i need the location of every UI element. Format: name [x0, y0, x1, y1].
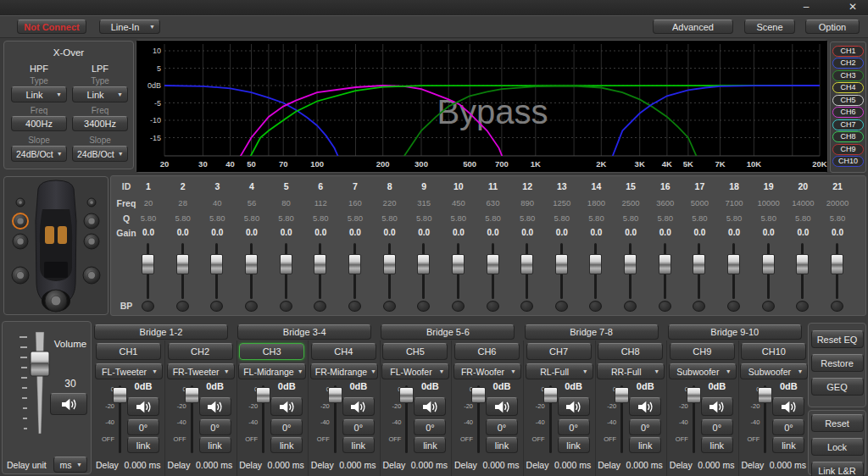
- phase-button[interactable]: 0°: [270, 419, 303, 435]
- speaker-fl-woofer-icon[interactable]: [12, 267, 29, 284]
- graph-channel-button-ch2[interactable]: CH2: [832, 58, 864, 69]
- eq-bypass-button[interactable]: [693, 301, 705, 312]
- eq-gain-slider-handle[interactable]: [176, 254, 189, 274]
- speaker-fr-woofer-icon[interactable]: [83, 267, 100, 284]
- reset-eq-button[interactable]: Reset EQ: [811, 330, 864, 348]
- scene-button[interactable]: Scene: [744, 19, 795, 34]
- option-button[interactable]: Option: [805, 19, 860, 34]
- phase-button[interactable]: 0°: [701, 419, 733, 435]
- link-lr-button[interactable]: Link L&R: [811, 462, 864, 476]
- link-button[interactable]: link: [558, 437, 590, 453]
- eq-bypass-button[interactable]: [142, 301, 154, 312]
- connect-status-button[interactable]: Not Connect: [17, 19, 86, 34]
- output-select-dropdown[interactable]: FL-Midrange▼: [238, 363, 306, 379]
- eq-bypass-button[interactable]: [348, 301, 361, 312]
- speaker-fl-tweeter-icon[interactable]: [16, 198, 25, 207]
- link-button[interactable]: link: [270, 437, 303, 453]
- lock-button[interactable]: Lock: [811, 438, 864, 456]
- eq-gain-slider-handle[interactable]: [452, 254, 465, 274]
- channel-button-ch2[interactable]: CH2: [168, 343, 233, 360]
- eq-bypass-button[interactable]: [452, 301, 465, 312]
- mute-button[interactable]: [270, 397, 303, 416]
- eq-bypass-button[interactable]: [417, 301, 430, 312]
- channel-button-ch8[interactable]: CH8: [598, 343, 663, 360]
- eq-gain-slider-handle[interactable]: [210, 254, 223, 274]
- eq-gain-slider-handle[interactable]: [796, 254, 809, 274]
- input-source-dropdown[interactable]: Line-In ▼: [99, 19, 160, 34]
- channel-button-ch3[interactable]: CH3: [239, 343, 304, 360]
- output-select-dropdown[interactable]: RR-Full▼: [597, 363, 665, 379]
- eq-gain-slider-handle[interactable]: [245, 254, 258, 274]
- bridge-button-5[interactable]: Bridge 9-10: [668, 324, 802, 340]
- bridge-button-1[interactable]: Bridge 1-2: [94, 324, 228, 340]
- eq-bypass-button[interactable]: [520, 301, 533, 312]
- hpf-slope-dropdown[interactable]: 24dB/Oct ▼: [11, 146, 67, 162]
- speaker-fl-mid2-icon[interactable]: [13, 234, 28, 249]
- link-button[interactable]: link: [199, 437, 231, 453]
- mute-button[interactable]: [486, 397, 518, 416]
- output-select-dropdown[interactable]: FR-Midrange▼: [310, 363, 378, 379]
- close-button[interactable]: ✕: [844, 0, 861, 14]
- link-button[interactable]: link: [701, 437, 733, 453]
- eq-gain-slider-handle[interactable]: [693, 254, 705, 274]
- lpf-slope-dropdown[interactable]: 24dB/Oct ▼: [72, 146, 128, 162]
- reset-button[interactable]: Reset: [811, 414, 864, 432]
- volume-mute-button[interactable]: [50, 393, 87, 415]
- bridge-button-3[interactable]: Bridge 5-6: [381, 324, 515, 340]
- eq-bypass-button[interactable]: [314, 301, 326, 312]
- volume-slider[interactable]: [13, 329, 57, 439]
- mute-button[interactable]: [127, 397, 159, 416]
- graph-channel-button-ch10[interactable]: CH10: [832, 156, 864, 167]
- mute-button[interactable]: [199, 397, 231, 416]
- eq-gain-slider-handle[interactable]: [520, 254, 533, 274]
- output-select-dropdown[interactable]: FL-Tweeter▼: [95, 363, 163, 379]
- speaker-fr-midrange-icon[interactable]: [84, 213, 99, 229]
- phase-button[interactable]: 0°: [199, 419, 231, 435]
- output-select-dropdown[interactable]: FL-Woofer▼: [381, 363, 449, 379]
- channel-button-ch1[interactable]: CH1: [96, 343, 161, 360]
- channel-button-ch4[interactable]: CH4: [311, 343, 376, 360]
- speaker-fl-midrange-icon[interactable]: [13, 213, 28, 229]
- phase-button[interactable]: 0°: [629, 419, 661, 435]
- eq-gain-slider-handle[interactable]: [348, 254, 361, 274]
- phase-button[interactable]: 0°: [558, 419, 590, 435]
- speaker-fr-mid2-icon[interactable]: [84, 234, 99, 249]
- channel-button-ch5[interactable]: CH5: [382, 343, 448, 360]
- mute-button[interactable]: [414, 397, 446, 416]
- phase-button[interactable]: 0°: [414, 419, 446, 435]
- output-select-dropdown[interactable]: FR-Woofer▼: [453, 363, 521, 379]
- phase-button[interactable]: 0°: [486, 419, 518, 435]
- output-select-dropdown[interactable]: FR-Tweeter▼: [167, 363, 235, 379]
- graph-channel-button-ch6[interactable]: CH6: [832, 107, 864, 118]
- speaker-fr-tweeter-icon[interactable]: [87, 198, 96, 207]
- geq-button[interactable]: GEQ: [811, 378, 864, 396]
- eq-gain-slider-handle[interactable]: [280, 254, 292, 274]
- output-select-dropdown[interactable]: Subwoofer▼: [740, 363, 808, 379]
- bridge-button-4[interactable]: Bridge 7-8: [525, 324, 659, 340]
- link-button[interactable]: link: [342, 437, 375, 453]
- advanced-button[interactable]: Advanced: [653, 19, 733, 34]
- eq-gain-slider-handle[interactable]: [142, 254, 154, 274]
- eq-gain-slider-handle[interactable]: [831, 254, 843, 274]
- hpf-freq-value[interactable]: 400Hz: [11, 116, 67, 131]
- eq-gain-slider-handle[interactable]: [589, 254, 602, 274]
- eq-bypass-button[interactable]: [555, 301, 568, 312]
- eq-bypass-button[interactable]: [176, 301, 189, 312]
- channel-button-ch7[interactable]: CH7: [526, 343, 592, 360]
- link-button[interactable]: link: [629, 437, 661, 453]
- eq-bypass-button[interactable]: [245, 301, 258, 312]
- output-select-dropdown[interactable]: RL-Full▼: [526, 363, 593, 379]
- link-button[interactable]: link: [414, 437, 446, 453]
- hpf-type-dropdown[interactable]: Link ▼: [11, 86, 67, 102]
- graph-channel-button-ch9[interactable]: CH9: [832, 144, 864, 155]
- speaker-subwoofer-icon[interactable]: [42, 290, 70, 312]
- eq-gain-slider-handle[interactable]: [624, 254, 637, 274]
- link-button[interactable]: link: [127, 437, 159, 453]
- output-select-dropdown[interactable]: Subwoofer▼: [669, 363, 737, 379]
- graph-channel-button-ch7[interactable]: CH7: [832, 119, 864, 130]
- eq-gain-slider-handle[interactable]: [762, 254, 775, 274]
- graph-channel-button-ch5[interactable]: CH5: [832, 95, 864, 106]
- eq-bypass-button[interactable]: [383, 301, 396, 312]
- phase-button[interactable]: 0°: [342, 419, 375, 435]
- graph-channel-button-ch8[interactable]: CH8: [832, 131, 864, 142]
